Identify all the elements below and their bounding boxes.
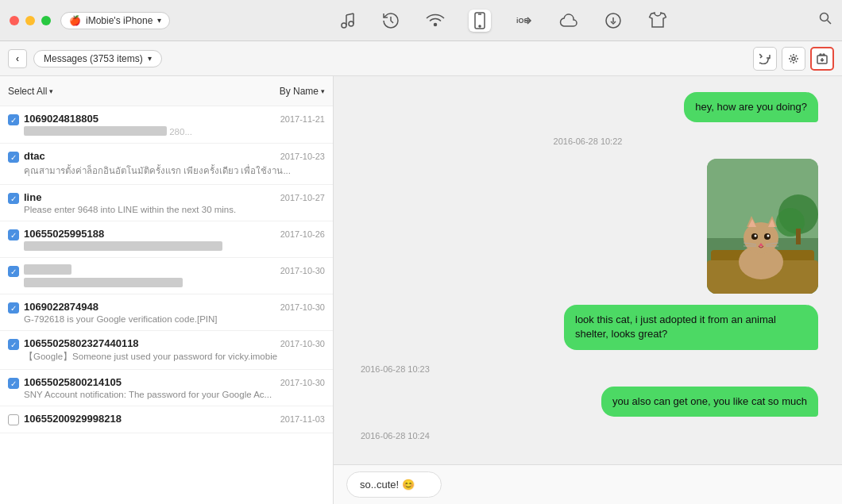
back-button[interactable]: ‹ <box>8 49 27 68</box>
msg-preview: Please enter 9648 into LINE within the n… <box>24 205 325 214</box>
select-all-button[interactable]: Select All ▾ <box>8 86 53 97</box>
list-item[interactable]: ✓ 10655025995188 2017-10-26 <box>0 221 333 258</box>
chat-bubble: hey, how are you doing? <box>684 92 818 122</box>
msg-sender: 10655025995188 <box>24 228 104 240</box>
msg-sender: 10655200929998218 <box>24 413 122 425</box>
tshirt-icon[interactable] <box>647 10 669 32</box>
svg-point-14 <box>792 57 795 60</box>
checkbox[interactable]: ✓ <box>8 339 19 350</box>
msg-sender: 1069024818805 <box>24 113 98 125</box>
sub-header: ‹ Messages (3753 items) ▾ <box>0 41 842 76</box>
svg-rect-22 <box>796 229 801 244</box>
msg-date: 2017-11-03 <box>280 414 325 424</box>
checkbox[interactable]: ✓ <box>8 193 19 204</box>
list-item[interactable]: ✓ 10655025802327440118 2017-10-30 【Googl… <box>0 331 333 370</box>
list-item[interactable]: ✓ line 2017-10-27 Please enter 9648 into… <box>0 185 333 221</box>
chat-input-area: so..cute! 😊 <box>334 464 842 504</box>
maximize-button[interactable] <box>41 16 51 25</box>
ios-export-icon[interactable]: iOS <box>513 10 535 32</box>
msg-sender: 1069022874948 <box>24 301 98 313</box>
left-panel: Select All ▾ By Name ▾ ✓ 1069024818805 2… <box>0 76 334 504</box>
msg-preview: คุณสามารตั้งค่าล็อกอินอัตโนมัติครั้งแรก … <box>24 164 325 178</box>
chat-message <box>357 159 818 294</box>
chat-message: you also can get one, you like cat so mu… <box>357 387 818 417</box>
cloud-icon[interactable] <box>558 10 580 32</box>
list-item[interactable]: ✓ 10655025800214105 2017-10-30 SNY Accou… <box>0 370 333 406</box>
chevron-down-icon: ▾ <box>49 87 53 95</box>
msg-date: 2017-10-26 <box>280 229 325 239</box>
msg-date: 2017-10-30 <box>280 302 325 312</box>
sort-button[interactable]: By Name ▾ <box>280 86 325 97</box>
chat-message: hey, how are you doing? <box>357 92 818 122</box>
checkbox[interactable]: ✓ <box>8 378 19 389</box>
download-icon[interactable] <box>602 10 624 32</box>
msg-preview <box>24 278 325 287</box>
chat-input-text: so..cute! 😊 <box>360 479 415 491</box>
list-item[interactable]: ✓ 1069022874948 2017-10-30 G-792618 is y… <box>0 294 333 331</box>
checkbox[interactable] <box>8 414 19 425</box>
close-button[interactable] <box>10 16 19 25</box>
message-list: ✓ 1069024818805 2017-11-21 280... <box>0 106 333 504</box>
msg-content: dtac 2017-10-23 คุณสามารตั้งค่าล็อกอินอั… <box>24 150 325 178</box>
svg-line-4 <box>346 13 353 15</box>
list-item[interactable]: ✓ 1069024818805 2017-11-21 280... <box>0 106 333 144</box>
select-all-label: Select All <box>8 86 47 97</box>
svg-point-5 <box>435 23 437 25</box>
checkbox[interactable]: ✓ <box>8 229 19 240</box>
right-panel: hey, how are you doing? 2016-06-28 10:22 <box>334 76 842 504</box>
msg-sender <box>24 264 71 276</box>
chat-timestamp: 2016-06-28 10:24 <box>357 428 818 442</box>
chevron-down-icon: ▾ <box>321 87 325 95</box>
breadcrumb-text: Messages (3753 items) <box>44 53 143 64</box>
msg-date: 2017-11-21 <box>280 114 325 124</box>
msg-content: 1069024818805 2017-11-21 280... <box>24 113 325 137</box>
checkbox[interactable]: ✓ <box>8 152 19 163</box>
refresh-button[interactable] <box>753 47 777 71</box>
msg-content: 2017-10-30 <box>24 264 325 287</box>
svg-point-8 <box>479 25 481 27</box>
msg-sender: 10655025800214105 <box>24 376 122 388</box>
chat-bubble: look this cat, i just adopted it from an… <box>564 305 818 349</box>
msg-content: 10655200929998218 2017-11-03 <box>24 413 325 426</box>
msg-date: 2017-10-27 <box>280 193 325 202</box>
list-item[interactable]: 10655200929998218 2017-11-03 <box>0 406 333 433</box>
svg-line-13 <box>828 21 832 25</box>
phone-active-icon[interactable] <box>469 10 491 32</box>
history-icon[interactable] <box>380 10 402 32</box>
music-icon[interactable] <box>335 10 357 32</box>
main-content: Select All ▾ By Name ▾ ✓ 1069024818805 2… <box>0 76 842 504</box>
svg-point-32 <box>767 235 770 237</box>
msg-preview: SNY Account notification: The password f… <box>24 390 325 399</box>
chevron-down-icon: ▾ <box>148 54 152 63</box>
wifi-sync-icon[interactable] <box>424 10 446 32</box>
list-toolbar: Select All ▾ By Name ▾ <box>0 76 333 106</box>
chevron-left-icon: ‹ <box>16 53 19 64</box>
checkbox[interactable]: ✓ <box>8 114 19 125</box>
breadcrumb[interactable]: Messages (3753 items) ▾ <box>33 50 162 67</box>
chat-message: look this cat, i just adopted it from an… <box>357 305 818 349</box>
chevron-down-icon: ▾ <box>157 16 161 25</box>
search-button[interactable] <box>818 11 832 29</box>
checkbox[interactable]: ✓ <box>8 302 19 314</box>
msg-content: 10655025995188 2017-10-26 <box>24 228 325 251</box>
msg-preview: G-792618 is your Google verification cod… <box>24 314 325 324</box>
list-item[interactable]: ✓ dtac 2017-10-23 คุณสามารตั้งค่าล็อกอิน… <box>0 144 333 185</box>
export-button[interactable] <box>810 47 834 71</box>
msg-content: 10655025800214105 2017-10-30 SNY Account… <box>24 376 325 399</box>
device-name: iMobie's iPhone <box>86 15 153 26</box>
chat-bubble: you also can get one, you like cat so mu… <box>601 387 818 417</box>
chat-input-bubble[interactable]: so..cute! 😊 <box>346 471 442 498</box>
chat-timestamp: 2016-06-28 10:22 <box>357 133 818 148</box>
minimize-button[interactable] <box>25 16 35 25</box>
msg-content: 10655025802327440118 2017-10-30 【Google】… <box>24 337 325 363</box>
settings-button[interactable] <box>782 47 805 71</box>
msg-preview: 【Google】Someone just used your password … <box>24 351 325 363</box>
title-bar: 🍎 iMobie's iPhone ▾ <box>0 0 842 41</box>
chat-image <box>707 159 818 294</box>
phone-icon: 🍎 <box>69 15 81 26</box>
sort-label: By Name <box>280 86 319 97</box>
list-item[interactable]: ✓ 2017-10-30 <box>0 258 333 294</box>
checkbox[interactable]: ✓ <box>8 266 19 277</box>
device-selector[interactable]: 🍎 iMobie's iPhone ▾ <box>60 12 170 29</box>
chat-area: hey, how are you doing? 2016-06-28 10:22 <box>334 76 842 464</box>
